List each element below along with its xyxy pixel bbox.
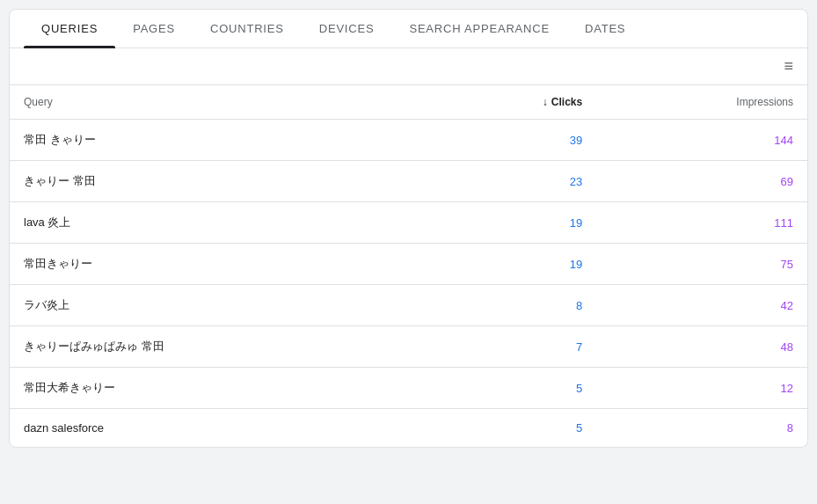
cell-query: lava 炎上: [10, 202, 427, 244]
cell-clicks: 19: [427, 202, 596, 244]
cell-clicks: 5: [427, 368, 596, 409]
tabs-bar: QUERIES PAGES COUNTRIES DEVICES SEARCH A…: [10, 10, 807, 48]
tab-queries[interactable]: QUERIES: [24, 10, 115, 47]
cell-impressions: 75: [596, 244, 807, 285]
toolbar: ≡: [10, 48, 807, 85]
cell-impressions: 111: [596, 202, 807, 244]
cell-clicks: 23: [427, 161, 596, 202]
sort-arrow-icon: ↓: [543, 96, 548, 108]
table-header-row: Query ↓Clicks Impressions: [10, 85, 807, 120]
table-row: きゃりー 常田2369: [10, 161, 807, 202]
table-row: きゃりーぱみゅぱみゅ 常田748: [10, 326, 807, 368]
column-header-impressions: Impressions: [596, 85, 807, 120]
table-row: dazn salesforce58: [10, 409, 807, 448]
cell-query: きゃりー 常田: [10, 161, 427, 202]
cell-clicks: 8: [427, 285, 596, 326]
filter-icon[interactable]: ≡: [784, 57, 793, 76]
table-row: lava 炎上19111: [10, 202, 807, 244]
cell-clicks: 19: [427, 244, 596, 285]
cell-impressions: 42: [596, 285, 807, 326]
cell-impressions: 12: [596, 368, 807, 409]
cell-clicks: 39: [427, 120, 596, 161]
cell-clicks: 5: [427, 409, 596, 448]
cell-clicks: 7: [427, 326, 596, 368]
cell-impressions: 48: [596, 326, 807, 368]
cell-impressions: 8: [596, 409, 807, 448]
cell-query: ラバ炎上: [10, 285, 427, 326]
main-container: QUERIES PAGES COUNTRIES DEVICES SEARCH A…: [9, 9, 808, 448]
column-header-clicks[interactable]: ↓Clicks: [427, 85, 596, 120]
tab-search-appearance[interactable]: SEARCH APPEARANCE: [391, 10, 567, 47]
cell-query: きゃりーぱみゅぱみゅ 常田: [10, 326, 427, 368]
column-header-query: Query: [10, 85, 427, 120]
cell-impressions: 144: [596, 120, 807, 161]
cell-query: dazn salesforce: [10, 409, 427, 448]
cell-query: 常田 きゃりー: [10, 120, 427, 161]
table-row: 常田きゃりー1975: [10, 244, 807, 285]
cell-query: 常田大希きゃりー: [10, 368, 427, 409]
tab-dates[interactable]: DATES: [567, 10, 643, 47]
cell-query: 常田きゃりー: [10, 244, 427, 285]
tab-countries[interactable]: COUNTRIES: [193, 10, 302, 47]
cell-impressions: 69: [596, 161, 807, 202]
tab-pages[interactable]: PAGES: [115, 10, 193, 47]
table-row: 常田 きゃりー39144: [10, 120, 807, 161]
table-row: 常田大希きゃりー512: [10, 368, 807, 409]
tab-devices[interactable]: DEVICES: [302, 10, 392, 47]
table-row: ラバ炎上842: [10, 285, 807, 326]
data-table: Query ↓Clicks Impressions 常田 きゃりー39144きゃ…: [10, 85, 807, 447]
